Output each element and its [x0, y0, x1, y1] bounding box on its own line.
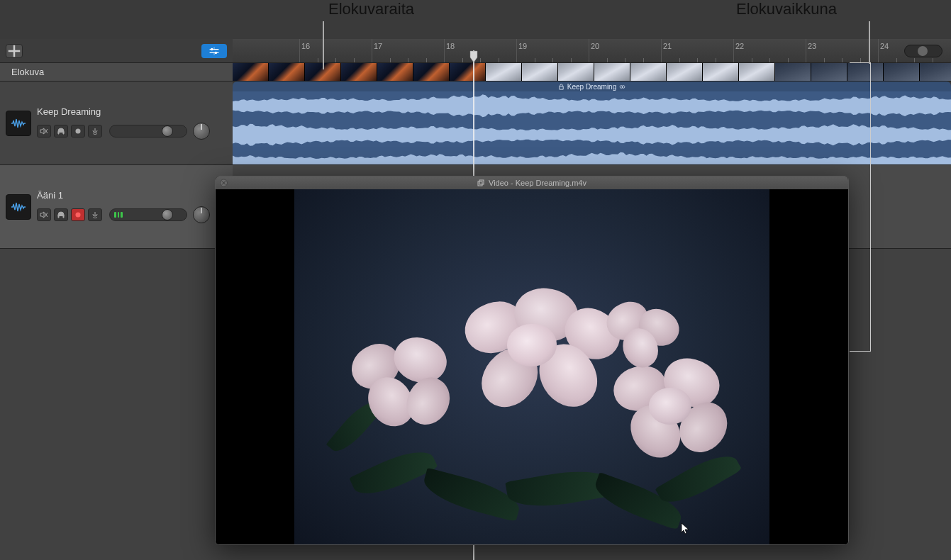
- ruler-minor-tick: [607, 58, 608, 62]
- ruler-major-tick: [589, 39, 589, 62]
- audio-track-1-lane[interactable]: Keep Dreaming: [233, 82, 951, 165]
- ruler-label: 17: [374, 42, 382, 50]
- ruler-minor-tick: [842, 58, 842, 62]
- ruler-label: 16: [301, 42, 310, 50]
- cursor-arrow-icon: [681, 522, 691, 535]
- timeline-ruler[interactable]: 161718192021222324: [233, 39, 951, 63]
- filmstrip-frame: [739, 63, 775, 81]
- svg-point-1: [215, 51, 218, 54]
- ruler-minor-tick: [390, 58, 391, 62]
- solo-button[interactable]: [54, 208, 68, 221]
- ruler-minor-tick: [643, 58, 644, 62]
- input-monitor-button[interactable]: [88, 208, 102, 221]
- record-icon: [74, 128, 82, 135]
- ruler-major-tick: [733, 39, 734, 62]
- track-icon-waveform: [6, 111, 31, 136]
- track-headers-empty: [0, 249, 233, 560]
- ruler-major-tick: [661, 39, 662, 62]
- ruler-minor-tick: [318, 58, 318, 62]
- region-name: Keep Dreaming: [567, 83, 616, 91]
- ruler-minor-tick: [769, 58, 770, 62]
- ruler-label: 22: [735, 42, 744, 50]
- filmstrip-frame: [341, 63, 377, 81]
- svg-point-2: [76, 129, 81, 134]
- ruler-minor-tick: [462, 58, 463, 62]
- mute-icon: [40, 128, 48, 135]
- pan-knob[interactable]: [193, 123, 210, 140]
- track-1-controls: [37, 123, 227, 140]
- track-headers-panel: Elokuva Keep Dreaming Ääni 1: [0, 63, 233, 249]
- record-enable-button[interactable]: [71, 208, 85, 221]
- tracks-toolbar: [0, 39, 233, 63]
- annotation-bracket-movie-window: [850, 62, 871, 352]
- annotation-movie-window: Elokuvaikkuna: [736, 0, 837, 18]
- video-window-close-button[interactable]: [220, 179, 228, 187]
- ruler-minor-tick: [896, 58, 897, 62]
- filmstrip-frame: [775, 63, 811, 81]
- lock-icon: [558, 84, 565, 90]
- filmstrip-frame: [667, 63, 703, 81]
- ruler-minor-tick: [788, 58, 789, 62]
- ruler-major-tick: [516, 39, 517, 62]
- svg-point-0: [211, 47, 213, 50]
- volume-thumb[interactable]: [162, 209, 173, 220]
- video-preview-window[interactable]: Video - Keep Dreaming.m4v: [215, 176, 849, 545]
- audio-track-2-header[interactable]: Ääni 1: [0, 165, 233, 249]
- volume-slider[interactable]: [109, 208, 187, 221]
- filmstrip-frame: [450, 63, 486, 81]
- svg-point-3: [76, 213, 81, 218]
- popout-icon: [477, 179, 484, 186]
- track-2-name: Ääni 1: [37, 190, 227, 201]
- movie-track-label: Elokuva: [11, 67, 44, 77]
- zoom-toggle[interactable]: [904, 45, 942, 57]
- track-filter-button[interactable]: [201, 44, 227, 58]
- plus-icon: [6, 43, 22, 59]
- ruler-major-tick: [299, 39, 300, 62]
- headphones-icon: [57, 128, 65, 135]
- ruler-minor-tick: [752, 58, 752, 62]
- ruler-label: 20: [591, 42, 599, 50]
- video-window-titlebar[interactable]: Video - Keep Dreaming.m4v: [216, 177, 848, 189]
- ruler-major-tick: [444, 39, 445, 62]
- track-1-name: Keep Dreaming: [37, 106, 227, 117]
- track-icon-waveform: [6, 194, 31, 220]
- ruler-minor-tick: [824, 58, 825, 62]
- ruler-minor-tick: [354, 58, 355, 62]
- record-icon: [74, 211, 82, 218]
- filmstrip-frame: [305, 63, 341, 81]
- ruler-minor-tick: [571, 58, 572, 62]
- track-2-controls: [37, 206, 227, 223]
- ruler-minor-tick: [625, 58, 625, 62]
- solo-button[interactable]: [54, 125, 68, 138]
- svg-rect-7: [479, 180, 484, 184]
- ruler-major-tick: [878, 39, 879, 62]
- ruler-minor-tick: [933, 58, 933, 62]
- movie-track-header[interactable]: Elokuva: [0, 63, 233, 82]
- ruler-label: 18: [446, 42, 455, 50]
- movie-track-filmstrip[interactable]: [233, 63, 951, 82]
- filmstrip-frame: [594, 63, 630, 81]
- record-enable-button[interactable]: [71, 125, 85, 138]
- input-icon: [91, 128, 99, 135]
- ruler-minor-tick: [914, 58, 915, 62]
- add-track-button[interactable]: [6, 44, 23, 58]
- audio-region-keep-dreaming[interactable]: Keep Dreaming: [233, 82, 951, 164]
- filmstrip-frame: [811, 63, 847, 81]
- audio-track-1-header[interactable]: Keep Dreaming: [0, 82, 233, 165]
- playhead-handle[interactable]: [469, 50, 478, 63]
- volume-thumb[interactable]: [162, 125, 173, 137]
- mute-button[interactable]: [37, 208, 51, 221]
- zoom-toggle-knob[interactable]: [918, 46, 928, 56]
- mute-button[interactable]: [37, 125, 51, 138]
- ruler-label: 23: [808, 42, 816, 50]
- ruler-minor-tick: [697, 58, 698, 62]
- close-icon: [221, 181, 226, 186]
- loop-icon: [619, 84, 625, 90]
- ruler-minor-tick: [426, 58, 427, 62]
- pan-knob[interactable]: [193, 206, 210, 223]
- filmstrip-frame: [920, 63, 951, 81]
- ruler-minor-tick: [716, 58, 716, 62]
- volume-slider[interactable]: [109, 125, 187, 138]
- input-monitor-button[interactable]: [88, 125, 102, 138]
- ruler-minor-tick: [552, 58, 553, 62]
